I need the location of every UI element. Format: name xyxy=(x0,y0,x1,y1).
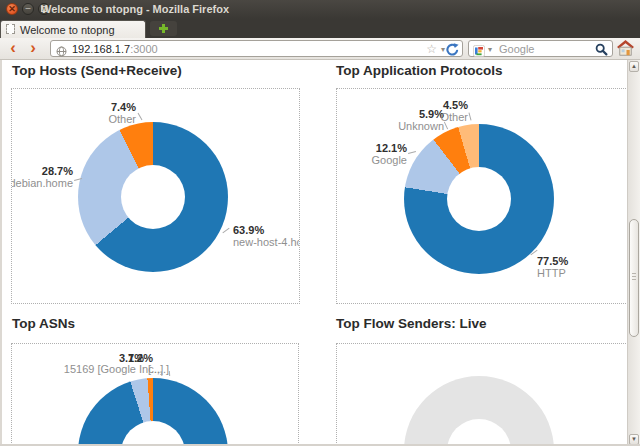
slice-label-google: 12.1% Google xyxy=(372,142,407,166)
slice-percent: 63.9% xyxy=(233,224,300,236)
slice-name: debian.home xyxy=(11,177,73,189)
url-dropdown-caret-icon[interactable]: ▾ xyxy=(441,45,445,54)
label-tick xyxy=(408,151,416,154)
slice-name: Unknown xyxy=(398,120,444,132)
tab-welcome-to-ntopng[interactable]: Welcome to ntopng xyxy=(0,20,146,38)
url-host: 192.168.1.7 xyxy=(72,43,130,55)
window-minimize-button[interactable]: – xyxy=(22,3,34,15)
slice-percent: 77.5% xyxy=(537,255,568,267)
tab-bar: Welcome to ntopng xyxy=(0,19,640,38)
url-bar[interactable]: 192.168.1.7:3000 ☆ ▾ xyxy=(50,40,463,57)
search-icon[interactable] xyxy=(595,42,608,60)
chart-panel-top-hosts: 63.9% new-host-4.home 28.7% debian.home … xyxy=(11,88,300,304)
chart-title-top-hosts: Top Hosts (Send+Receive) xyxy=(12,63,182,78)
slice-label-other: 4.5% Other xyxy=(440,99,468,123)
label-tick xyxy=(138,113,143,120)
slice-percent: 4.5% xyxy=(440,99,468,111)
globe-icon xyxy=(56,43,67,61)
donut-chart-top-asns[interactable] xyxy=(78,378,228,444)
label-tick xyxy=(169,371,170,376)
search-input[interactable]: Google xyxy=(499,43,534,55)
chart-title-top-flow-senders: Top Flow Senders: Live xyxy=(336,316,487,331)
reload-icon xyxy=(446,43,459,56)
plus-icon xyxy=(159,24,168,33)
home-button[interactable] xyxy=(617,40,634,60)
window-title: Welcome to ntopng - Mozilla Firefox xyxy=(41,3,229,15)
window-titlebar[interactable]: ✕ – Welcome to ntopng - Mozilla Firefox xyxy=(0,0,640,19)
slice-percent: 7.4% xyxy=(108,101,136,113)
page-content: Top Hosts (Send+Receive) Top Application… xyxy=(0,60,627,444)
slice-label-unknown: 5.9% Unknown xyxy=(398,108,444,132)
chart-panel-top-application-protocols: 77.5% HTTP 12.1% Google 5.9% Unknown 4.5… xyxy=(336,88,627,304)
url-port: :3000 xyxy=(130,43,158,55)
donut-chart-top-application-protocols[interactable] xyxy=(404,124,554,274)
search-engine-caret-icon[interactable]: ▾ xyxy=(488,45,492,54)
tab-label: Welcome to ntopng xyxy=(20,24,115,36)
chart-panel-top-asns: 3.7% 1.2% 15169 [Google Inc.,..] [...] xyxy=(11,343,299,444)
label-tick xyxy=(468,113,471,121)
slice-name: Other xyxy=(108,113,136,125)
bookmark-star-icon[interactable]: ☆ xyxy=(426,42,437,56)
chart-panel-top-flow-senders xyxy=(336,343,627,444)
slice-label-debian-home: 28.7% debian.home xyxy=(11,165,73,189)
slice-name: Google xyxy=(372,154,407,166)
slice-name: new-host-4.home xyxy=(233,236,300,248)
forward-button[interactable]: › xyxy=(25,38,41,58)
slice-percent: 12.1% xyxy=(372,142,407,154)
search-box[interactable]: ▾ Google xyxy=(468,40,613,57)
scroll-up-button[interactable]: ▲ xyxy=(629,61,639,72)
slice-percent: 28.7% xyxy=(11,165,73,177)
google-logo-icon xyxy=(473,43,485,61)
label-tick xyxy=(222,228,229,233)
navigation-toolbar: ‹ › 192.168.1.7:3000 ☆ ▾ ▾ Google xyxy=(0,38,640,60)
donut-chart-top-hosts[interactable] xyxy=(78,122,228,272)
home-icon xyxy=(617,40,634,56)
new-tab-button[interactable] xyxy=(150,21,177,36)
slice-label-new-host-4: 63.9% new-host-4.home xyxy=(233,224,300,248)
slice-percent: 5.9% xyxy=(398,108,444,120)
url-input[interactable]: 192.168.1.7:3000 xyxy=(72,43,158,55)
chart-title-top-application-protocols: Top Application Protocols xyxy=(336,63,503,78)
slice-name: HTTP xyxy=(537,267,566,279)
vertical-scrollbar[interactable]: ▲ ▼ xyxy=(627,60,640,446)
firefox-window: ✕ – Welcome to ntopng - Mozilla Firefox … xyxy=(0,0,640,446)
page-favicon-icon xyxy=(6,24,15,34)
slice-label-http: 77.5% HTTP xyxy=(537,255,568,279)
donut-chart-top-flow-senders-empty[interactable] xyxy=(404,376,554,444)
slice-label-other: 7.4% Other xyxy=(108,101,136,125)
window-left-edge xyxy=(0,60,2,444)
window-close-button[interactable]: ✕ xyxy=(6,3,18,15)
reload-button[interactable] xyxy=(446,42,459,60)
scrollbar-thumb[interactable] xyxy=(629,219,639,337)
chart-title-top-asns: Top ASNs xyxy=(12,316,75,331)
back-button[interactable]: ‹ xyxy=(5,38,21,58)
